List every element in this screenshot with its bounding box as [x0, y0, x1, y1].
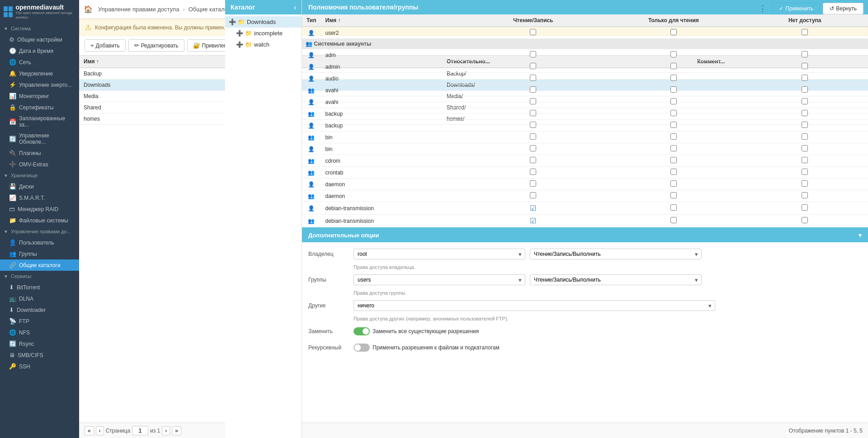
perm-row[interactable]: 👥 avahi	[302, 85, 868, 96]
edit-button[interactable]: ✏ Редактировать	[128, 39, 184, 52]
perm-row[interactable]: 👥 daemon	[302, 190, 868, 202]
sidebar-item-obschie-katalogi[interactable]: 🔗 Общие каталоги	[0, 259, 79, 271]
checkbox-ro[interactable]	[670, 180, 677, 187]
perm-row[interactable]: 👤 bin	[302, 143, 868, 155]
sidebar-item-gruppy[interactable]: 👥 Группы	[0, 248, 79, 259]
recursive-toggle[interactable]	[354, 344, 370, 352]
checkbox-none[interactable]	[802, 192, 808, 198]
add-button[interactable]: + Добавить	[85, 39, 126, 52]
sidebar-item-ftp[interactable]: 📡 FTP	[0, 316, 79, 327]
checkbox-none[interactable]	[802, 180, 808, 187]
perm-row[interactable]: 👥 crontab	[302, 167, 868, 179]
checkbox-none[interactable]	[802, 110, 808, 116]
home-button[interactable]: 🏠	[84, 5, 93, 14]
sidebar-item-ssh[interactable]: 🔑 SSH	[0, 361, 79, 372]
pagination-prev[interactable]: ‹	[96, 426, 104, 435]
sidebar-item-bittorrent[interactable]: ⬇ BitTorrent	[0, 282, 79, 293]
apply-button[interactable]: ✓ Применить	[772, 3, 820, 14]
checkbox-ro[interactable]	[670, 169, 677, 175]
sidebar-item-smart[interactable]: 📈 S.M.A.R.T.	[0, 192, 79, 203]
perm-row[interactable]: 👥 debian-transmission ☑	[302, 215, 868, 227]
sidebar-item-downloader[interactable]: ⬇ Downloader	[0, 304, 79, 316]
pagination-first[interactable]: «	[85, 426, 94, 435]
perm-row[interactable]: 👤 audio	[302, 73, 868, 85]
group-perm-select[interactable]: Чтение/Запись/Выполнить	[530, 274, 702, 285]
checkbox-rw[interactable]	[530, 86, 536, 93]
checkbox-none[interactable]	[802, 75, 808, 81]
group-select[interactable]: users	[354, 274, 525, 285]
checkbox-ro[interactable]	[670, 29, 677, 35]
sidebar-item-obschie-nastroyki[interactable]: ⚙ Общие настройки	[0, 34, 79, 45]
perm-row[interactable]: 👥 backup	[302, 108, 868, 120]
sidebar-item-plaginy[interactable]: 🔌 Плагины	[0, 147, 79, 159]
options-header[interactable]: Дополнительные опции ▾	[302, 228, 868, 242]
perm-row[interactable]: 👤 debian-transmission ☑	[302, 202, 868, 215]
checkbox-ro[interactable]	[670, 51, 677, 57]
checkbox-rw[interactable]	[530, 63, 536, 69]
sidebar-item-dlna[interactable]: 📺 DLNA	[0, 293, 79, 304]
checkbox-ro[interactable]	[670, 217, 677, 223]
sidebar-item-monitoring[interactable]: 📊 Мониторинг	[0, 90, 79, 102]
checkbox-none[interactable]	[802, 169, 808, 175]
checkbox-rw[interactable]	[530, 29, 536, 35]
checkbox-ro[interactable]	[670, 133, 677, 140]
sidebar-section-sistema[interactable]: ▼ Система	[0, 23, 79, 34]
sidebar-item-uvedomlenie[interactable]: 🔔 Уведомление	[0, 68, 79, 79]
checkbox-rw[interactable]	[530, 110, 536, 116]
checkbox-rw[interactable]	[530, 122, 536, 128]
checkbox-ro[interactable]	[670, 192, 677, 198]
perm-row[interactable]: 👥 cdrom	[302, 155, 868, 167]
perm-row[interactable]: 👤 user2	[302, 27, 868, 39]
sidebar-item-upravlenie-obnovle[interactable]: 🔄 Управление Обновле...	[0, 130, 79, 147]
sidebar-item-set[interactable]: 🌐 Сеть	[0, 57, 79, 68]
checkbox-none[interactable]	[802, 86, 808, 93]
checkbox-none[interactable]	[802, 29, 808, 35]
checkbox-none[interactable]	[802, 122, 808, 128]
checkbox-ro[interactable]	[670, 110, 677, 116]
sidebar-item-nfs[interactable]: 🌐 NFS	[0, 327, 79, 338]
perm-row[interactable]: 👤 daemon	[302, 179, 868, 190]
pagination-next[interactable]: ›	[162, 426, 170, 435]
checkbox-none[interactable]	[802, 51, 808, 57]
sidebar-item-faylovye-sistemy[interactable]: 📁 Файловые системы	[0, 215, 79, 226]
checkbox-rw[interactable]	[530, 180, 536, 187]
pagination-last[interactable]: »	[172, 426, 181, 435]
checkbox-rw[interactable]	[530, 192, 536, 198]
perm-row[interactable]: 👤 adm	[302, 49, 868, 61]
perm-row[interactable]: 👤 avahi	[302, 96, 868, 108]
checkbox-none[interactable]	[802, 63, 808, 69]
checkbox-rw[interactable]	[530, 98, 536, 104]
perm-row[interactable]: 👤 backup	[302, 120, 868, 132]
owner-perm-select[interactable]: Чтение/Запись/Выполнить	[530, 249, 702, 259]
sidebar-item-omv-extras[interactable]: ➕ OMV-Extras	[0, 159, 79, 170]
catalog-item-watch[interactable]: ➕ 📁 watch	[225, 39, 302, 50]
checkbox-ro[interactable]	[670, 122, 677, 128]
sidebar-item-diski[interactable]: 💾 Диски	[0, 181, 79, 192]
dots-menu-button[interactable]: ⋮	[759, 4, 767, 14]
sidebar-section-upravlenie-pravami[interactable]: ▼ Управление правами до...	[0, 226, 79, 237]
owner-select[interactable]: root	[354, 249, 525, 259]
checkbox-none[interactable]	[802, 204, 808, 211]
checkbox-ro[interactable]	[670, 145, 677, 151]
sidebar-item-smbcifs[interactable]: 🖥 SMB/CIFS	[0, 349, 79, 361]
revert-button[interactable]: ↺ Вернуть	[823, 3, 863, 14]
checkbox-none[interactable]	[802, 157, 808, 163]
checkbox-rw[interactable]	[530, 133, 536, 140]
sidebar-item-sertifikaty[interactable]: 🔒 Сертификаты	[0, 102, 79, 113]
replace-toggle[interactable]	[354, 327, 370, 335]
other-select[interactable]: ничего	[354, 300, 715, 311]
sidebar-item-rsync[interactable]: 🔄 Rsync	[0, 338, 79, 349]
checkbox-ro[interactable]	[670, 204, 677, 211]
checkbox-ro[interactable]	[670, 157, 677, 163]
catalog-header[interactable]: Каталог ‹	[225, 0, 302, 14]
sidebar-item-zapla-zadaniya[interactable]: 📅 Запланированные за...	[0, 113, 79, 130]
checkbox-ro[interactable]	[670, 75, 677, 81]
perm-row[interactable]: 👥 bin	[302, 132, 868, 143]
checkbox-none[interactable]	[802, 98, 808, 104]
checkbox-ro[interactable]	[670, 98, 677, 104]
checkbox-rw[interactable]	[530, 169, 536, 175]
sidebar-item-menedzher-raid[interactable]: 🗃 Менеджер RAID	[0, 203, 79, 215]
checkbox-ro[interactable]	[670, 63, 677, 69]
checkbox-rw[interactable]	[530, 157, 536, 163]
checkbox-none[interactable]	[802, 145, 808, 151]
